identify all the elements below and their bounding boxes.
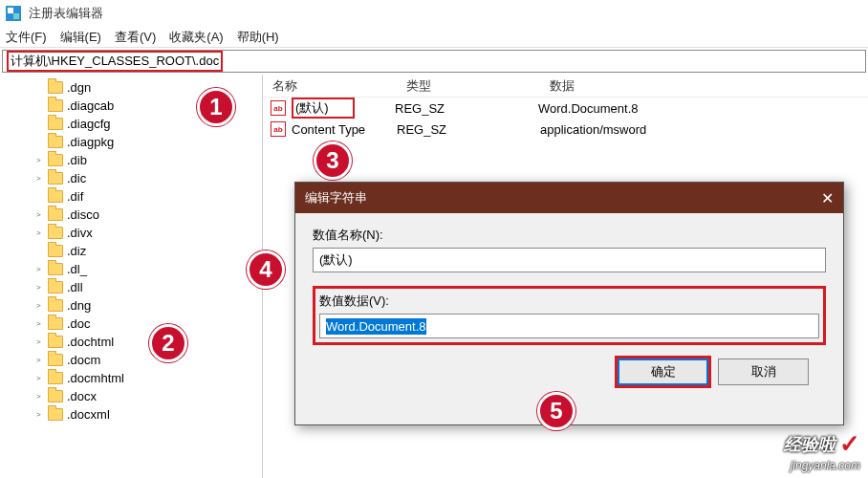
menu-edit[interactable]: 编辑(E) [60, 29, 101, 46]
tree-item[interactable]: >.divx [0, 224, 262, 242]
list-row[interactable]: ab(默认)REG_SZWord.Document.8 [263, 98, 868, 119]
col-name[interactable]: 名称 [263, 77, 397, 95]
close-icon[interactable]: ✕ [821, 189, 834, 207]
cancel-button-label: 取消 [751, 363, 776, 380]
expander-icon[interactable]: > [36, 174, 41, 183]
folder-icon [48, 317, 63, 330]
value-name-label: 数值名称(N): [313, 227, 826, 244]
tree-item-label: .docx [67, 389, 97, 403]
tree-item-label: .dgn [67, 80, 91, 95]
expander-icon[interactable]: > [36, 410, 41, 419]
folder-icon [48, 372, 63, 384]
expander-icon[interactable]: > [36, 337, 41, 346]
list-header: 名称 类型 数据 [263, 75, 868, 98]
col-type[interactable]: 类型 [397, 77, 540, 95]
tree-item[interactable]: >.dll [0, 278, 262, 296]
tree-item-label: .dochtml [67, 335, 114, 349]
tree-item[interactable]: >.dib [0, 151, 262, 169]
expander-icon[interactable]: > [36, 319, 41, 328]
tree-item[interactable]: >.docmhtml [0, 369, 262, 387]
tree-item[interactable]: >.dochtml [0, 333, 262, 351]
tree-item-label: .docxml [67, 407, 110, 422]
menu-help[interactable]: 帮助(H) [237, 29, 279, 46]
tree-item[interactable]: >.dl_ [0, 260, 262, 278]
tree-item[interactable]: >.docxml [0, 405, 262, 424]
address-bar[interactable]: 计算机\HKEY_CLASSES_ROOT\.doc [2, 50, 866, 73]
tree-item[interactable]: .dif [0, 187, 262, 206]
value-type: REG_SZ [397, 122, 540, 137]
window-title: 注册表编辑器 [29, 5, 103, 22]
list-row[interactable]: abContent TypeREG_SZapplication/msword [263, 119, 868, 140]
ok-button-label: 确定 [651, 363, 676, 380]
value-data-field[interactable]: Word.Document.8 [319, 314, 819, 338]
annotation-badge-2: 2 [149, 324, 187, 362]
value-data-label: 数值数据(V): [319, 293, 819, 310]
tree-item[interactable]: >.doc [0, 315, 262, 333]
folder-icon [48, 408, 63, 421]
folder-icon [48, 336, 63, 348]
folder-icon [48, 208, 63, 221]
string-value-icon: ab [271, 121, 286, 137]
annotation-badge-1: 1 [197, 88, 235, 126]
value-data: Word.Document.8 [538, 101, 868, 116]
tree-item-label: .dl_ [67, 262, 87, 276]
tree-item[interactable]: >.disco [0, 206, 262, 224]
folder-icon [48, 281, 63, 293]
tree-item[interactable]: >.docx [0, 387, 262, 405]
dialog-titlebar[interactable]: 编辑字符串 ✕ [295, 183, 843, 213]
folder-icon [48, 81, 63, 94]
folder-icon [48, 245, 63, 257]
expander-icon[interactable]: > [36, 374, 41, 382]
menu-view[interactable]: 查看(V) [115, 29, 156, 46]
regedit-icon [6, 6, 21, 21]
expander-icon[interactable]: > [36, 283, 41, 292]
tree-item[interactable]: >.docm [0, 351, 262, 369]
tree-item-label: .diagcfg [67, 117, 111, 131]
edit-string-dialog: 编辑字符串 ✕ 数值名称(N): (默认) 数值数据(V): Word.Docu… [294, 182, 844, 425]
tree-item-label: .diz [67, 244, 86, 258]
folder-icon [48, 299, 63, 312]
folder-icon [48, 190, 63, 203]
folder-icon [48, 136, 63, 148]
watermark-url: jingyanla.com [791, 459, 860, 472]
folder-icon [48, 263, 63, 275]
value-name: Content Type [292, 122, 397, 137]
tree-item-label: .diagpkg [67, 135, 114, 149]
titlebar: 注册表编辑器 [0, 0, 868, 27]
tree-item-label: .doc [67, 316, 91, 331]
tree-item[interactable]: .diagpkg [0, 133, 262, 151]
expander-icon[interactable]: > [36, 156, 41, 164]
tree-item-label: .docm [67, 353, 100, 367]
tree-item-label: .dif [67, 189, 83, 204]
value-data: application/msword [540, 122, 868, 137]
expander-icon[interactable]: > [36, 392, 41, 401]
annotation-badge-3: 3 [314, 141, 352, 180]
expander-icon[interactable]: > [36, 301, 41, 310]
tree-item-label: .divx [67, 226, 93, 240]
value-data-section: 数值数据(V): Word.Document.8 [313, 286, 826, 345]
expander-icon[interactable]: > [36, 210, 41, 219]
value-data-text: Word.Document.8 [326, 318, 426, 335]
col-data[interactable]: 数据 [540, 77, 868, 95]
menubar: 文件(F) 编辑(E) 查看(V) 收藏夹(A) 帮助(H) [0, 27, 868, 48]
ok-button[interactable]: 确定 [618, 358, 708, 385]
cancel-button[interactable]: 取消 [718, 358, 809, 385]
value-name-text: (默认) [319, 251, 353, 269]
tree-panel: .dgn.diagcab.diagcfg.diagpkg>.dib>.dic.d… [0, 75, 263, 478]
menu-favorites[interactable]: 收藏夹(A) [169, 29, 223, 46]
value-name-field[interactable]: (默认) [313, 248, 826, 272]
folder-icon [48, 390, 63, 402]
tree-item-label: .dll [67, 280, 83, 294]
tree-item-label: .docmhtml [67, 371, 124, 385]
expander-icon[interactable]: > [36, 228, 41, 237]
value-type: REG_SZ [395, 101, 538, 116]
tree-item-label: .disco [67, 207, 99, 222]
menu-file[interactable]: 文件(F) [6, 29, 47, 46]
tree-item[interactable]: .diz [0, 242, 262, 260]
tree-item[interactable]: >.dic [0, 169, 262, 187]
expander-icon[interactable]: > [36, 265, 41, 273]
expander-icon[interactable]: > [36, 356, 41, 364]
watermark: 经验啦 ✓ jingyanla.com [784, 429, 860, 472]
tree-item[interactable]: >.dng [0, 296, 262, 315]
folder-icon [48, 99, 63, 112]
